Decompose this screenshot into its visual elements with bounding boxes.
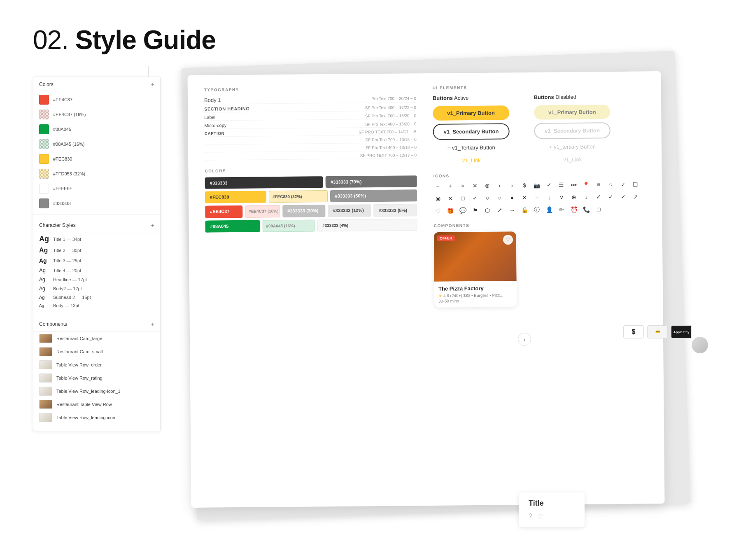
char-ag-headline: Ag (39, 277, 48, 282)
comp-table-row-rating[interactable]: Table View Row_rating (33, 371, 160, 385)
color-label-green: #08A045 (53, 127, 71, 132)
color-swatch-yellow-32 (39, 169, 49, 179)
color-label-gray: #333333 (53, 201, 71, 206)
comp-restaurant-table-row[interactable]: Restaurant Table View Row (33, 398, 160, 411)
btn-secondary-active[interactable]: v1_Secondary Button (433, 123, 509, 140)
page-title-area: 02. Style Guide (33, 25, 216, 55)
color-swatch-green-16 (39, 139, 49, 149)
char-styles-add-icon[interactable]: + (151, 222, 154, 229)
typo-400-13-18-spec: SF Pro Text 400 – 13/18 – 0 (366, 145, 417, 150)
typo-section-heading: SECTION HEADING SF Pro Text 400 – 17/22 … (204, 104, 416, 112)
btn-link-disabled[interactable]: v1_Link (534, 154, 611, 165)
icon-share: ↗ (495, 205, 504, 215)
icon-camera: 📷 (532, 181, 541, 190)
icons-section: Icons − + × ✕ ⊗ ‹ › $ 📷 ✓ ☰ ••• 📍 ≡ ○ (433, 172, 646, 215)
color-item-ee4c37-16[interactable]: #EE4C37 (16%) (33, 107, 160, 122)
comp-table-row-leading-icon[interactable]: Table View Row_leading icon (33, 411, 160, 424)
restaurant-card: OFFER ♡ The Pizza Factory ★ 4.8 (240+) $… (434, 231, 517, 308)
icon-forward: → (508, 205, 517, 215)
components-sg-title: Components (434, 222, 646, 228)
comp-restaurant-card-small[interactable]: Restaurant Card_small (33, 345, 160, 358)
icon-checkbox: ☐ (631, 180, 640, 189)
color-label-white: #FFFFFF (53, 186, 72, 191)
char-style-body[interactable]: Ag Body — 13pt (33, 301, 160, 310)
page-title: 02. Style Guide (33, 25, 216, 55)
colors-label: Colors (39, 82, 54, 87)
buttons-active-strong: Buttons (433, 95, 453, 101)
comp-thumb-rtr (39, 400, 52, 409)
char-style-subhead[interactable]: Ag Subhead 2 — 15pt (33, 293, 160, 301)
color-item-ffffff[interactable]: #FFFFFF (33, 181, 160, 196)
icon-clock: ⏰ (569, 205, 578, 214)
icon-minus: − (433, 182, 443, 191)
typography-title: TYPOGRAPHY (204, 86, 416, 92)
heart-icon-bottom[interactable]: ♡ (537, 513, 543, 520)
color-item-333333[interactable]: #333333 (33, 196, 160, 211)
color-item-ee4c37[interactable]: #EE4C37 (33, 92, 160, 107)
buttons-disabled-title: Buttons Disabled (534, 93, 611, 100)
sep-1 (33, 214, 160, 215)
char-style-headline[interactable]: Ag Headline — 17pt (33, 275, 160, 284)
components-add-icon[interactable]: + (151, 321, 154, 327)
icon-tick3: ✓ (619, 192, 628, 201)
color-swatch-red-16 (39, 110, 49, 119)
color-item-ffd053[interactable]: #FFD053 (32%) (33, 166, 160, 181)
page-number: 02. (33, 25, 68, 55)
btn-tertiary-active[interactable]: + v1_Tertiary Button (433, 142, 510, 153)
colors-add-icon[interactable]: + (151, 81, 154, 88)
bottom-panel-icons: ? ♡ (529, 513, 575, 520)
char-style-title1[interactable]: Ag Title 1 — 34pt (33, 233, 160, 245)
color-label-red: #EE4C37 (53, 97, 72, 102)
bottom-right-panel: Title ? ♡ (519, 492, 585, 527)
chip-yellow-lt: #FEC830 (32%) (269, 190, 328, 203)
comp-restaurant-card-large[interactable]: Restaurant Card_large (33, 332, 160, 345)
nav-area: ‹ (518, 333, 531, 346)
comp-table-row-leading1[interactable]: Table View Row_leading-icon_1 (33, 385, 160, 398)
components-label: Components (39, 321, 67, 327)
payment-dollar[interactable]: $ (623, 325, 644, 338)
char-ag-title4: Ag (39, 267, 48, 273)
color-label-green-16: #08A045 (16%) (53, 142, 84, 147)
char-label-body2: Body2 — 17pt (53, 286, 82, 291)
cuisine-type: Burgers • Pizz... (474, 293, 503, 298)
btn-primary-active[interactable]: v1_Primary Button (433, 105, 509, 121)
icon-info: ⓘ (532, 205, 541, 215)
components-preview-row: OFFER ♡ The Pizza Factory ★ 4.8 (240+) $… (434, 230, 647, 307)
icon-edit: ✏ (557, 205, 566, 214)
icon-dots: ••• (569, 180, 578, 189)
color-item-08a045[interactable]: #08A045 (33, 122, 160, 137)
question-icon[interactable]: ? (529, 513, 532, 520)
char-styles-section-header: Character Styles + (33, 218, 160, 233)
icon-x1: × (458, 181, 467, 190)
icon-layers: ⬡ (483, 206, 492, 215)
color-item-fec830[interactable]: #FEC830 (33, 152, 160, 166)
char-style-title3[interactable]: Ag Title 3 — 25pt (33, 256, 160, 266)
typo-label-label: Label (204, 114, 215, 119)
btn-primary-disabled[interactable]: v1_Primary Button (534, 105, 611, 120)
icon-circle: ○ (606, 180, 615, 189)
color-swatch-red (39, 95, 49, 105)
comp-table-row-order[interactable]: Table View Row_order (33, 358, 160, 371)
char-style-title2[interactable]: Ag Title 2 — 30pt (33, 245, 160, 256)
char-ag-title3: Ag (39, 257, 48, 264)
color-swatch-green (39, 124, 49, 134)
color-item-08a045-16[interactable]: #08A045 (16%) (33, 137, 160, 152)
comp-thumb-tr-rating (39, 373, 52, 383)
icon-user: 👤 (545, 205, 554, 214)
btn-secondary-disabled[interactable]: v1_Secondary Button (534, 122, 611, 139)
comp-thumb-rc-small (39, 347, 52, 356)
payment-credit-card[interactable]: 💳 (647, 325, 668, 338)
icons-grid: − + × ✕ ⊗ ‹ › $ 📷 ✓ ☰ ••• 📍 ≡ ○ ✓ ☐ (433, 180, 646, 215)
icon-circle-x: ⊗ (483, 181, 492, 190)
btn-tertiary-disabled[interactable]: + v1_tertiary Button (534, 142, 611, 152)
icon-download: ↓ (582, 193, 591, 202)
heart-button[interactable]: ♡ (503, 235, 513, 245)
comp-label-tr-leading1: Table View Row_leading-icon_1 (56, 389, 121, 394)
payment-apple-pay[interactable]: Apple Pay (671, 325, 692, 338)
char-style-body2[interactable]: Ag Body2 — 17pt (33, 284, 160, 293)
btn-link-active[interactable]: v1_Link (433, 155, 510, 166)
icon-send: ↗ (631, 192, 640, 201)
rating-value: 4.8 (240+) (443, 293, 462, 298)
nav-arrow-left[interactable]: ‹ (518, 333, 531, 346)
char-style-title4[interactable]: Ag Title 4 — 20pt (33, 266, 160, 275)
